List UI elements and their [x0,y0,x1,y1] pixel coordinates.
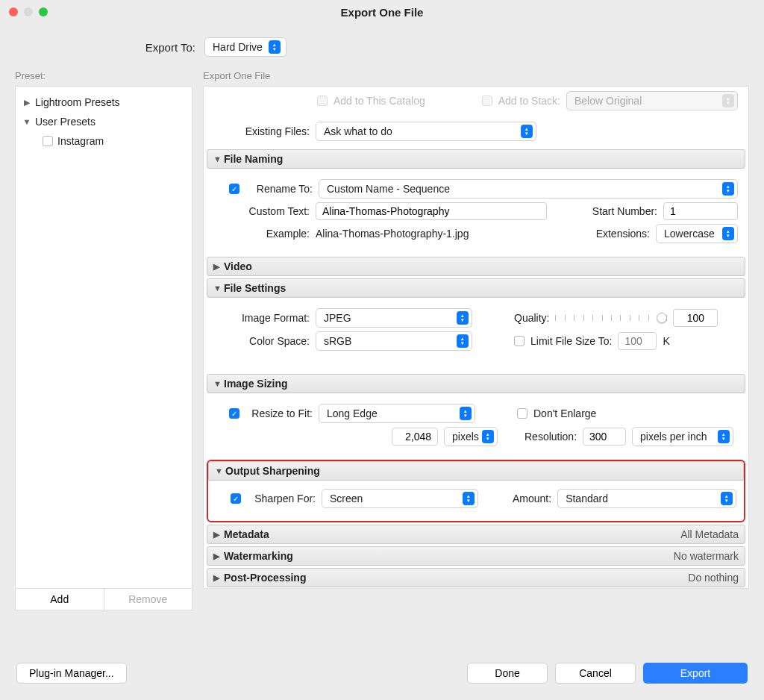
example-value: Alina-Thomas-Photography-1.jpg [316,228,469,240]
remove-preset-button[interactable]: Remove [104,589,192,610]
section-video[interactable]: ▶ Video [207,257,745,276]
checkbox-icon[interactable] [43,136,53,146]
quality-input[interactable] [673,309,718,327]
plugin-manager-button[interactable]: Plug-in Manager... [16,663,127,684]
dimension-input[interactable] [392,428,438,446]
add-preset-button[interactable]: Add [16,589,104,610]
resolution-input[interactable] [583,428,626,446]
start-number-input[interactable] [663,202,738,220]
rename-checkbox[interactable]: ✓ [229,184,239,194]
updown-icon: ▴▾ [721,492,733,505]
footer: Plug-in Manager... Done Cancel Export [16,663,748,684]
preset-buttons: Add Remove [15,589,192,610]
limit-size-checkbox[interactable] [514,336,525,346]
limit-size-input [618,332,657,350]
preset-folder-user[interactable]: ▼ User Presets [20,112,187,131]
existing-files-select[interactable]: Ask what to do ▴▾ [316,122,536,141]
updown-icon: ▴▾ [521,125,533,138]
triangle-right-icon: ▶ [213,551,224,561]
color-space-label: Color Space: [214,335,310,347]
output-sharpening-highlight: ▼ Output Sharpening ✓ Sharpen For: Scree… [207,460,745,522]
limit-size-unit: K [663,335,669,347]
resize-checkbox[interactable]: ✓ [229,408,239,419]
preset-header: Preset: [15,70,192,81]
updown-icon: ▴▾ [463,492,475,505]
triangle-right-icon: ▶ [213,530,224,540]
image-format-select[interactable]: JPEG ▴▾ [316,308,472,328]
titlebar: Export One File [0,0,764,24]
add-stack-checkbox [482,96,492,106]
triangle-down-icon: ▼ [215,466,225,475]
triangle-down-icon: ▼ [213,284,224,293]
resolution-label: Resolution: [525,431,577,443]
rename-to-select[interactable]: Custom Name - Sequence ▴▾ [319,179,738,199]
cancel-button[interactable]: Cancel [555,663,636,684]
updown-icon: ▴▾ [269,40,281,54]
color-space-select[interactable]: sRGB ▴▾ [316,331,472,351]
triangle-right-icon: ▶ [213,573,224,583]
existing-files-label: Existing Files: [214,125,310,137]
section-post-processing[interactable]: ▶ Post-Processing Do nothing [207,568,745,587]
export-to-select[interactable]: Hard Drive ▴▾ [204,37,286,57]
rename-to-label: Rename To: [245,183,313,195]
stack-select: Below Original ▴▾ [566,91,738,110]
dimension-unit-select[interactable]: pixels ▴▾ [444,427,498,446]
updown-icon: ▴▾ [718,430,730,443]
add-catalog-label: Add to This Catalog [334,95,425,107]
section-file-settings[interactable]: ▼ File Settings [207,278,745,298]
section-file-naming[interactable]: ▼ File Naming [207,149,745,169]
catalog-row: Add to This Catalog Add to Stack: Below … [207,90,745,118]
resize-label: Resize to Fit: [245,407,313,419]
dont-enlarge-label: Don't Enlarge [533,407,596,419]
main-header: Export One File [203,70,749,81]
export-button[interactable]: Export [643,663,748,684]
window-title: Export One File [0,6,764,19]
triangle-down-icon: ▼ [213,154,224,163]
chevron-right-icon: ▶ [23,98,31,107]
sharpen-checkbox[interactable]: ✓ [231,493,241,504]
extensions-label: Extensions: [596,228,650,240]
limit-size-label: Limit File Size To: [530,335,612,347]
extensions-select[interactable]: Lowercase ▴▾ [656,224,738,243]
chevron-down-icon: ▼ [23,117,31,126]
dont-enlarge-checkbox[interactable] [517,408,527,419]
resize-select[interactable]: Long Edge ▴▾ [319,404,475,423]
triangle-down-icon: ▼ [213,379,224,388]
amount-label: Amount: [513,493,551,504]
updown-icon: ▴▾ [722,227,734,240]
quality-label: Quality: [514,312,549,324]
add-catalog-checkbox[interactable] [317,96,328,106]
image-format-label: Image Format: [214,312,310,324]
slider-thumb-icon[interactable] [657,313,667,323]
preset-tree[interactable]: ▶ Lightroom Presets ▼ User Presets Insta… [15,86,192,589]
amount-select[interactable]: Standard ▴▾ [557,489,736,508]
triangle-right-icon: ▶ [213,262,224,272]
start-number-label: Start Number: [592,205,657,217]
custom-text-label: Custom Text: [214,205,310,217]
custom-text-input[interactable] [316,202,547,220]
section-metadata[interactable]: ▶ Metadata All Metadata [207,525,745,544]
resolution-unit-select[interactable]: pixels per inch ▴▾ [632,427,733,446]
updown-icon: ▴▾ [722,182,734,196]
example-label: Example: [214,228,310,240]
export-to-row: Export To: Hard Drive ▴▾ [0,24,764,70]
updown-icon: ▴▾ [482,430,494,443]
sharpen-for-select[interactable]: Screen ▴▾ [322,489,478,508]
quality-slider[interactable] [555,311,667,325]
export-to-label: Export To: [0,41,195,54]
add-stack-label: Add to Stack: [498,95,560,107]
section-image-sizing[interactable]: ▼ Image Sizing [207,374,745,393]
sharpen-for-label: Sharpen For: [247,493,316,504]
preset-folder-lightroom[interactable]: ▶ Lightroom Presets [20,93,187,112]
section-watermarking[interactable]: ▶ Watermarking No watermark [207,546,745,566]
done-button[interactable]: Done [467,663,548,684]
updown-icon: ▴▾ [457,311,469,325]
preset-sidebar: Preset: ▶ Lightroom Presets ▼ User Prese… [15,70,192,610]
section-output-sharpening[interactable]: ▼ Output Sharpening [208,461,744,481]
updown-icon: ▴▾ [722,94,734,107]
updown-icon: ▴▾ [457,334,469,348]
main-panel: Export One File Add to This Catalog Add … [203,70,749,610]
updown-icon: ▴▾ [460,407,472,420]
preset-item-instagram[interactable]: Instagram [20,131,187,151]
